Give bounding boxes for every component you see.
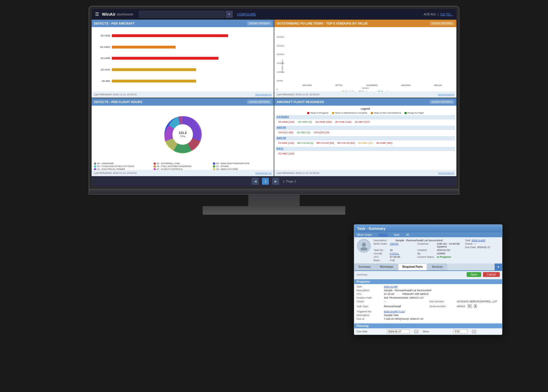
defects-aircraft-criteria-btn[interactable]: SHOW CRITERIA: [247, 21, 271, 25]
po-criteria-btn[interactable]: SHOW CRITERIA: [430, 21, 454, 25]
po-bars: [291, 29, 454, 83]
flight-readiness-panel: AIRCRAFT FLIGHT READINESS SHOW CRITERIA …: [274, 98, 456, 176]
tab-summary[interactable]: Summary: [354, 264, 375, 270]
triggered-desc-row: Description: Sample Task: [356, 314, 500, 317]
wo-link[interactable]: 190103: [390, 242, 415, 248]
flight-readiness-footer: Last Refreshed: 2018-11-21 10:53:04 www.…: [274, 170, 456, 176]
bar-zkibh: [112, 80, 196, 83]
plan-due-date-btn[interactable]: ...: [414, 330, 418, 333]
ac-tag[interactable]: ZK-HMO (0): [297, 120, 313, 124]
app-name: WinAir: [102, 12, 116, 17]
flight-readiness-criteria-btn[interactable]: SHOW CRITERIA: [430, 100, 454, 104]
goto-link[interactable]: GO TO...: [440, 13, 453, 16]
programs-form: Task: 6000-SAMP Description: Sample - Re…: [354, 284, 502, 322]
flight-legend: Tasks In Progress Tasks in Maintenance C…: [275, 111, 455, 115]
po-refresh: Last Refreshed: 2018-11-21 10:53:03: [277, 93, 319, 96]
save-button[interactable]: Save: [467, 272, 481, 277]
serial-edit-btn[interactable]: ✎: [468, 304, 472, 308]
po-title: OUTSTANDING PO LINE ITEMS - TOP 5 VENDOR…: [277, 22, 368, 25]
flight-readiness-content: Legend Tasks In Progress Tasks in Mainte…: [274, 106, 456, 176]
aircraft-link[interactable]: C-GULL: [390, 252, 415, 255]
ac-tag[interactable]: P2-HNZ (184): [277, 152, 295, 155]
pie-content: 131.2 77% 00 - UNKNOWN 25 - EXTERNAL LOA…: [92, 106, 274, 176]
ac-tag[interactable]: VH-NZU (65): [277, 131, 295, 134]
search-dropdown[interactable]: ▼: [226, 11, 233, 18]
prog-serial-row: Serial Number: AFXXX ✎ ℹ: [429, 304, 500, 308]
next-page-btn[interactable]: ▶: [272, 178, 279, 185]
ac-type-aw109[interactable]: AW109: [275, 126, 455, 130]
outstanding-po-panel: OUTSTANDING PO LINE ITEMS - TOP 5 VENDOR…: [274, 20, 456, 98]
flight-readiness-link[interactable]: www.winair.ca: [438, 172, 454, 174]
ac-tag[interactable]: BP-C2139 (0): [297, 141, 315, 145]
cancel-button[interactable]: Cancel: [483, 272, 500, 277]
modal-title: Task - Summary: [357, 226, 385, 231]
ac-tag[interactable]: BP-CS139 (69): [316, 141, 335, 145]
desc-row: Description: Sample - Remove/Install Lat…: [374, 239, 462, 242]
ac-tag[interactable]: ZK-HNB (283): [314, 120, 333, 124]
due-at-row: Due At: 7,240.20 HRS(Hours): 2028-07-15: [356, 317, 500, 320]
serial-info-btn[interactable]: ℹ: [474, 304, 477, 308]
planning-section-header: Planning: [354, 323, 502, 328]
bar-row-4: [112, 68, 271, 72]
planning-row: Due Date: ... Base: ...: [356, 329, 500, 333]
task-avatar: [357, 239, 371, 253]
defects-aircraft-link[interactable]: www.winair.ca: [255, 93, 271, 96]
info-grid: Work Order: 190103 Customer: AVB A01 - A…: [374, 242, 462, 262]
page-label: 1: Page 1: [283, 180, 296, 183]
ac-tag[interactable]: VH-NZU (5): [296, 131, 312, 134]
ac-tag[interactable]: P2-NZE (100): [277, 141, 295, 145]
pie-container: 131.2 77%: [94, 108, 271, 161]
bar-zkhdb: [112, 34, 228, 37]
ac-tag[interactable]: ZK-HNP (382): [375, 141, 394, 145]
po-link[interactable]: www.winair.ca: [438, 93, 454, 96]
triggered-link[interactable]: 6000-SAMP (0.01): [384, 310, 405, 313]
triggered-row: Triggered By: 6000-SAMP (0.01): [356, 310, 500, 313]
tab-worksteps[interactable]: Worksteps: [376, 264, 398, 270]
defects-flight-link[interactable]: www.winair.ca: [255, 172, 271, 174]
plan-due-date-input[interactable]: [387, 329, 410, 333]
task-label: Task:: [394, 233, 400, 236]
flight-readiness-header: AIRCRAFT FLIGHT READINESS SHOW CRITERIA: [274, 98, 456, 106]
svg-text:131.2: 131.2: [179, 131, 187, 134]
po-x-labels: AGUS02 OPT01 GVHAERO AGUS04 HELI18: [291, 84, 454, 87]
configure-link[interactable]: CONFIGURE: [237, 13, 256, 16]
prog-cols: Check: --- Part Number: ACXXXXX SERVOCON…: [356, 300, 500, 309]
ac-type-as350b2[interactable]: AS350B2: [275, 115, 455, 119]
ac-type-aw139[interactable]: AW139: [275, 136, 455, 140]
bar-row-2: [112, 45, 271, 49]
prev-page-btn[interactable]: ◀: [252, 178, 259, 185]
ac-tag[interactable]: BP-C6139 (83): [337, 141, 356, 145]
ac-tag[interactable]: ZK-HUK (144): [334, 120, 352, 124]
programs-section-header: Programs: [354, 279, 502, 284]
tab-required-parts[interactable]: Required Parts: [398, 264, 427, 270]
ac-tag[interactable]: ZK-IBH (157): [354, 120, 371, 124]
prog-task-link[interactable]: 6000-SAMP: [384, 285, 398, 288]
menu-icon[interactable]: ☰: [95, 11, 99, 17]
work-order-value[interactable]: 190103: [378, 233, 388, 236]
topbar: ☰ WinAir dashboards ▼ CONFIGURE AVB A01 …: [92, 9, 456, 20]
task-right-row: Task: 6000-SAMP: [465, 239, 499, 242]
ac-section-as350b2: AS350B2 ZK-HDB (226) ZK-HMO (0) ZK-HNB (…: [275, 115, 455, 124]
svg-text:77%: 77%: [180, 135, 186, 138]
prog-check-row: Check: ---: [356, 300, 427, 303]
plan-base-btn[interactable]: ...: [472, 330, 476, 333]
search-input[interactable]: [139, 11, 225, 18]
ac-section-b412: B412 P2-HNZ (184): [275, 147, 455, 156]
ac-row-aw139: P2-NZE (100) BP-C2139 (0) BP-CS139 (69) …: [275, 140, 455, 146]
ac-type-b412[interactable]: B412: [275, 147, 455, 151]
task-right-link[interactable]: 6000-SAMP: [472, 239, 486, 242]
tab-services[interactable]: Services: [428, 264, 447, 270]
defects-per-aircraft-panel: DEFECTS - PER AIRCRAFT SHOW CRITERIA ZK-…: [92, 20, 274, 98]
defects-flight-footer: Last Refreshed: 2018-11-21 10:53:04 www.…: [92, 170, 274, 176]
planning-form: Due Date: ... Base: ...: [354, 328, 502, 335]
tab-arrow-btn[interactable]: ▼: [495, 264, 502, 270]
ac-tag[interactable]: ZK-HNF (21): [357, 141, 374, 145]
ac-tag[interactable]: ZK-HDB (226): [277, 120, 296, 124]
modal-subheader: Work Order: 190103 Task: 20: [354, 232, 502, 237]
pagination-bar: ◀ 1 ▶ 1: Page 1: [92, 176, 456, 186]
defects-flight-criteria-btn[interactable]: SHOW CRITERIA: [247, 100, 271, 104]
ac-row-aw109: VH-NZU (65) VH-NZU (5) VH-NZW (23): [275, 130, 455, 135]
ac-tag[interactable]: VH-NZW (23): [313, 131, 331, 134]
plan-base-input[interactable]: [453, 329, 468, 333]
ac-section-aw109: AW109 VH-NZU (65) VH-NZU (5) VH-NZW (23): [275, 126, 455, 135]
